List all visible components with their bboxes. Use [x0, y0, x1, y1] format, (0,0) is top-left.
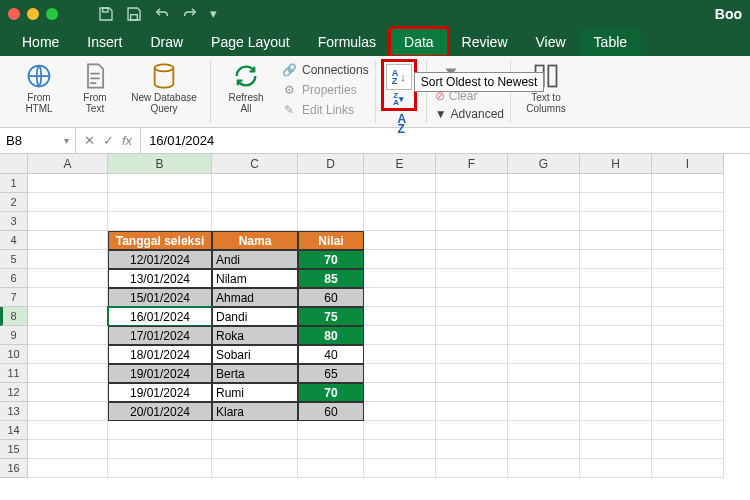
column-header-I[interactable]: I: [652, 154, 724, 174]
cell-F9[interactable]: [436, 326, 508, 345]
cell-I2[interactable]: [652, 193, 724, 212]
cell-E7[interactable]: [364, 288, 436, 307]
cell-H8[interactable]: [580, 307, 652, 326]
cell-G10[interactable]: [508, 345, 580, 364]
cell-E10[interactable]: [364, 345, 436, 364]
cell-A16[interactable]: [28, 459, 108, 478]
cell-D3[interactable]: [298, 212, 364, 231]
cell-F3[interactable]: [436, 212, 508, 231]
cell-B1[interactable]: [108, 174, 212, 193]
cell-C10[interactable]: Sobari: [212, 345, 298, 364]
cell-F12[interactable]: [436, 383, 508, 402]
cell-E8[interactable]: [364, 307, 436, 326]
sort-dialog-button[interactable]: AZ: [384, 114, 420, 134]
cell-I7[interactable]: [652, 288, 724, 307]
cell-E12[interactable]: [364, 383, 436, 402]
connections-button[interactable]: 🔗Connections: [281, 62, 369, 78]
cell-C1[interactable]: [212, 174, 298, 193]
row-header-7[interactable]: 7: [0, 288, 28, 307]
row-header-4[interactable]: 4: [0, 231, 28, 250]
from-html-button[interactable]: From HTML: [12, 62, 66, 114]
cell-G1[interactable]: [508, 174, 580, 193]
cell-H12[interactable]: [580, 383, 652, 402]
cell-G5[interactable]: [508, 250, 580, 269]
redo-icon[interactable]: [182, 6, 198, 22]
column-header-B[interactable]: B: [108, 154, 212, 174]
cell-G9[interactable]: [508, 326, 580, 345]
cell-F13[interactable]: [436, 402, 508, 421]
cell-E13[interactable]: [364, 402, 436, 421]
tab-insert[interactable]: Insert: [73, 28, 136, 56]
column-header-H[interactable]: H: [580, 154, 652, 174]
cell-D1[interactable]: [298, 174, 364, 193]
cell-B16[interactable]: [108, 459, 212, 478]
cell-H11[interactable]: [580, 364, 652, 383]
cell-C3[interactable]: [212, 212, 298, 231]
sort-ascending-button[interactable]: AZ↓: [386, 64, 412, 90]
row-header-8[interactable]: 8: [0, 307, 28, 326]
cell-A10[interactable]: [28, 345, 108, 364]
cell-C16[interactable]: [212, 459, 298, 478]
cell-I15[interactable]: [652, 440, 724, 459]
cell-G4[interactable]: [508, 231, 580, 250]
cell-A13[interactable]: [28, 402, 108, 421]
cell-G11[interactable]: [508, 364, 580, 383]
cell-H1[interactable]: [580, 174, 652, 193]
cell-D5[interactable]: 70: [298, 250, 364, 269]
cell-A7[interactable]: [28, 288, 108, 307]
tab-data[interactable]: Data: [390, 28, 448, 56]
properties-button[interactable]: ⚙Properties: [281, 82, 369, 98]
cell-I13[interactable]: [652, 402, 724, 421]
cell-D15[interactable]: [298, 440, 364, 459]
cell-A4[interactable]: [28, 231, 108, 250]
tab-table[interactable]: Table: [580, 28, 641, 56]
cell-C6[interactable]: Nilam: [212, 269, 298, 288]
cell-C2[interactable]: [212, 193, 298, 212]
minimize-icon[interactable]: [27, 8, 39, 20]
cell-G16[interactable]: [508, 459, 580, 478]
cell-H10[interactable]: [580, 345, 652, 364]
cell-H15[interactable]: [580, 440, 652, 459]
formula-input[interactable]: 16/01/2024: [141, 133, 750, 148]
cell-H5[interactable]: [580, 250, 652, 269]
cell-C4[interactable]: Nama: [212, 231, 298, 250]
cell-H7[interactable]: [580, 288, 652, 307]
row-header-16[interactable]: 16: [0, 459, 28, 478]
cell-D10[interactable]: 40: [298, 345, 364, 364]
column-header-D[interactable]: D: [298, 154, 364, 174]
cell-E2[interactable]: [364, 193, 436, 212]
cell-A5[interactable]: [28, 250, 108, 269]
cell-G12[interactable]: [508, 383, 580, 402]
cell-B11[interactable]: 19/01/2024: [108, 364, 212, 383]
cell-D9[interactable]: 80: [298, 326, 364, 345]
cell-D2[interactable]: [298, 193, 364, 212]
cell-I9[interactable]: [652, 326, 724, 345]
tab-view[interactable]: View: [522, 28, 580, 56]
cell-I5[interactable]: [652, 250, 724, 269]
cell-F8[interactable]: [436, 307, 508, 326]
cell-B2[interactable]: [108, 193, 212, 212]
name-box[interactable]: ▾: [0, 128, 76, 153]
row-header-15[interactable]: 15: [0, 440, 28, 459]
column-header-F[interactable]: F: [436, 154, 508, 174]
row-header-5[interactable]: 5: [0, 250, 28, 269]
cell-E9[interactable]: [364, 326, 436, 345]
cell-F1[interactable]: [436, 174, 508, 193]
cell-H6[interactable]: [580, 269, 652, 288]
cell-I10[interactable]: [652, 345, 724, 364]
cell-G13[interactable]: [508, 402, 580, 421]
cell-C13[interactable]: Klara: [212, 402, 298, 421]
cell-D7[interactable]: 60: [298, 288, 364, 307]
cell-B15[interactable]: [108, 440, 212, 459]
cell-C11[interactable]: Berta: [212, 364, 298, 383]
row-header-13[interactable]: 13: [0, 402, 28, 421]
cell-G15[interactable]: [508, 440, 580, 459]
cell-H13[interactable]: [580, 402, 652, 421]
cell-B14[interactable]: [108, 421, 212, 440]
cell-H3[interactable]: [580, 212, 652, 231]
cell-F7[interactable]: [436, 288, 508, 307]
cell-A11[interactable]: [28, 364, 108, 383]
tab-formulas[interactable]: Formulas: [304, 28, 390, 56]
cell-H4[interactable]: [580, 231, 652, 250]
cell-H2[interactable]: [580, 193, 652, 212]
